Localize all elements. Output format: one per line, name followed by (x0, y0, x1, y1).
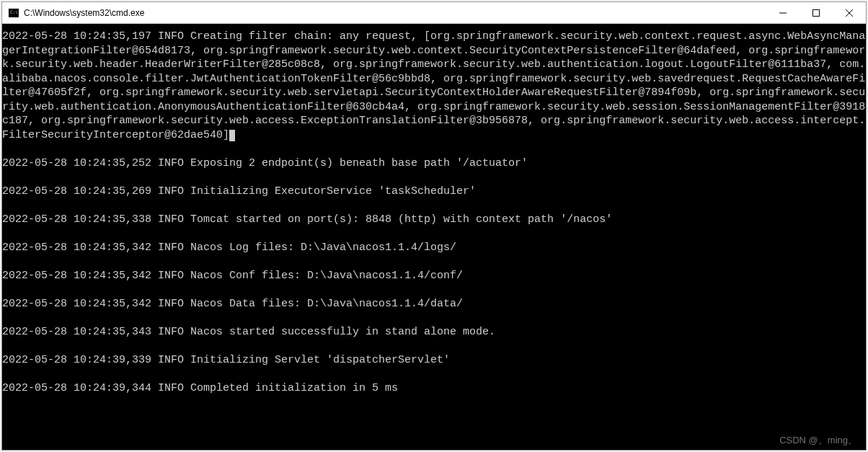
titlebar: C:\ C:\Windows\system32\cmd.exe (2, 2, 866, 24)
window-title: C:\Windows\system32\cmd.exe (24, 8, 144, 18)
svg-text:C:\: C:\ (10, 9, 18, 14)
log-line: 2022-05-28 10:24:35,342 INFO Nacos Log f… (2, 241, 866, 255)
log-line: 2022-05-28 10:24:39,344 INFO Completed i… (2, 381, 866, 396)
minimize-button[interactable] (766, 2, 800, 23)
log-line: 2022-05-28 10:24:35,343 INFO Nacos start… (2, 325, 866, 340)
close-button[interactable] (833, 2, 866, 23)
log-line: 2022-05-28 10:24:35,269 INFO Initializin… (2, 185, 866, 199)
svg-rect-3 (813, 9, 820, 16)
log-line: 2022-05-28 10:24:35,338 INFO Tomcat star… (2, 213, 866, 227)
log-line: 2022-05-28 10:24:39,339 INFO Initializin… (2, 353, 866, 368)
terminal-content: 2022-05-28 10:24:35,197 INFO Creating fi… (2, 25, 866, 395)
log-line: 2022-05-28 10:24:35,342 INFO Nacos Conf … (2, 269, 866, 283)
log-line: 2022-05-28 10:24:35,342 INFO Nacos Data … (2, 297, 866, 311)
text-cursor (229, 130, 235, 141)
window-controls (766, 2, 866, 23)
terminal-output[interactable]: 2022-05-28 10:24:35,197 INFO Creating fi… (2, 24, 866, 450)
maximize-button[interactable] (800, 2, 833, 23)
titlebar-left: C:\ C:\Windows\system32\cmd.exe (2, 7, 144, 19)
log-line: 2022-05-28 10:24:35,252 INFO Exposing 2 … (2, 156, 866, 171)
watermark-text: CSDN @。ming。 (779, 435, 857, 447)
log-line: 2022-05-28 10:24:35,197 INFO Creating fi… (2, 30, 865, 141)
cmd-window: C:\ C:\Windows\system32\cmd.exe 2022-05-… (1, 1, 867, 451)
cmd-icon: C:\ (8, 7, 19, 19)
